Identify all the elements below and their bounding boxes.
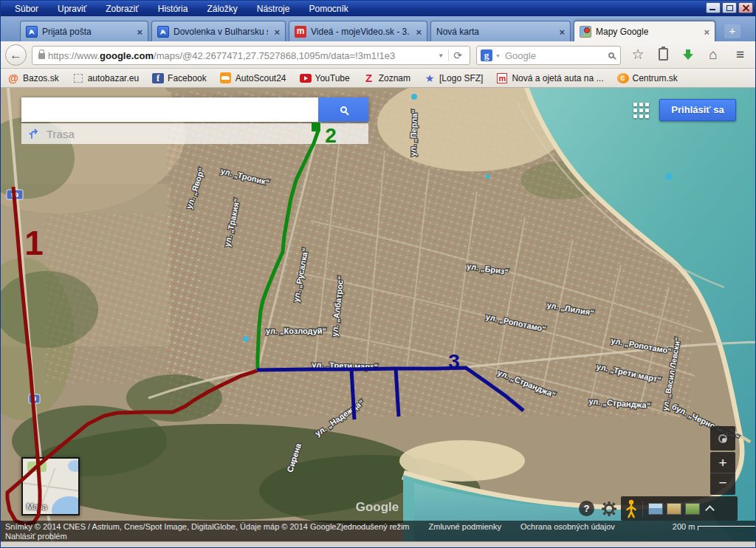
youtube-icon — [300, 72, 312, 84]
centrum-icon: c — [617, 73, 629, 83]
bookmark-star-icon[interactable]: ☆ — [628, 47, 647, 64]
tab-prijata-posta[interactable]: Prijatá pošta × — [20, 21, 148, 42]
directions-bar[interactable]: Trasa — [21, 123, 368, 144]
settings-gear-icon[interactable] — [601, 501, 617, 517]
default-favicon — [72, 72, 84, 84]
my-location-button[interactable] — [710, 426, 735, 451]
imagery-bar — [621, 496, 738, 521]
bookmark-bazos[interactable]: @Bazos.sk — [1, 72, 66, 84]
engine-dropdown-icon[interactable]: ▼ — [492, 53, 504, 58]
restore-button[interactable] — [722, 2, 737, 13]
zoom-out-button[interactable]: − — [710, 473, 735, 494]
tab-label: Dovolenka v Bulharsku s ... — [173, 27, 268, 37]
expand-chevron-icon[interactable] — [705, 505, 715, 515]
location-icon — [718, 434, 727, 443]
bookmark-autobazar[interactable]: autobazar.eu — [66, 72, 145, 84]
back-button[interactable]: ← — [5, 44, 27, 66]
simplified-mode-link[interactable]: Zjednodušený režim — [336, 522, 409, 531]
route-shield-99: 99 — [7, 190, 23, 199]
downloads-icon[interactable] — [678, 47, 698, 64]
route-shield-9: 9 — [29, 394, 40, 403]
bookmarks-bar: @Bazos.sk autobazar.eu fFacebook AutoSco… — [1, 69, 755, 88]
facebook-icon: f — [152, 73, 164, 83]
title-bar: Súbor Upraviť Zobraziť História Záložky … — [1, 1, 755, 16]
imagery-thumbnail-3[interactable] — [685, 503, 700, 515]
menu-zalozky[interactable]: Záložky — [197, 2, 247, 16]
menu-pomocnik[interactable]: Pomocník — [299, 2, 357, 16]
tab-close-icon[interactable]: × — [268, 27, 280, 38]
hamburger-menu-icon[interactable]: ≡ — [730, 47, 749, 64]
tab-nova-karta[interactable]: Nová karta × — [430, 21, 571, 42]
bookmark-zoznam[interactable]: ZZoznam — [357, 72, 417, 84]
url-domain: google.com — [100, 50, 154, 61]
menu-upravit[interactable]: Upraviť — [48, 2, 96, 16]
sfz-star-icon: ★ — [424, 72, 436, 84]
svg-text:99: 99 — [11, 191, 18, 199]
bookmark-sfz[interactable]: ★[Logo SFZ] — [417, 72, 489, 84]
tab-label: Videá - mojeVideo.sk - 3.s... — [311, 27, 410, 37]
privacy-link[interactable]: Ochrana osobných údajov — [520, 522, 615, 531]
maps-search-box[interactable] — [21, 97, 368, 122]
pegman-icon[interactable] — [625, 499, 637, 518]
url-path: /maps/@42.2677471,27.7527868,1095m/data=… — [154, 50, 395, 61]
menu-subor[interactable]: Súbor — [5, 2, 48, 16]
bookmark-nova-ojeta[interactable]: mNová a ojetá auta na ... — [489, 72, 610, 84]
reload-icon[interactable]: ⟳ — [448, 49, 467, 61]
tab-label: Prijatá pošta — [42, 27, 92, 37]
map-canvas[interactable]: ул. „Явор“ ул. „Тропик“ ул. „Тракия“ ул.… — [1, 88, 755, 547]
svg-text:ул. „Перла“: ул. „Перла“ — [408, 109, 419, 157]
apps-grid-icon[interactable] — [633, 103, 649, 118]
status-bar: Snímky © 2014 CNES / Astrium, Cnes/Spot … — [1, 521, 755, 543]
browser-window: Súbor Upraviť Zobraziť História Záložky … — [0, 0, 756, 548]
bookmark-autoscout24[interactable]: AutoScout24 — [213, 72, 293, 84]
imagery-thumbnail-1[interactable] — [648, 503, 663, 515]
scale-bar — [698, 526, 755, 530]
window-bottom-edge — [1, 541, 755, 547]
terms-link[interactable]: Zmluvné podmienky — [429, 522, 501, 531]
menu-nastroje[interactable]: Nástroje — [247, 2, 300, 16]
menu-zobrazit[interactable]: Zobraziť — [96, 2, 148, 16]
maps-search-input[interactable] — [21, 97, 318, 122]
tab-dovolenka[interactable]: Dovolenka v Bulharsku s ... × — [151, 21, 286, 42]
google-engine-icon[interactable]: g — [481, 49, 492, 61]
directions-icon — [29, 128, 41, 140]
tab-close-icon[interactable]: × — [410, 27, 422, 38]
search-box[interactable]: g ▼ — [476, 46, 621, 65]
zoom-in-button[interactable]: + — [710, 452, 735, 473]
search-input[interactable] — [504, 49, 608, 62]
url-dropdown-icon[interactable]: ▼ — [433, 52, 448, 59]
new-tab-button[interactable]: + — [724, 24, 740, 38]
mail-favicon — [26, 26, 38, 38]
zoznam-icon: Z — [363, 72, 375, 84]
tab-close-icon[interactable]: × — [553, 27, 565, 38]
maps-search-button[interactable] — [318, 97, 368, 122]
satellite-map-artwork: ул. „Явор“ ул. „Тропик“ ул. „Тракия“ ул.… — [1, 88, 755, 547]
svg-text:ул. „Козлодуй“: ул. „Козлодуй“ — [266, 326, 326, 335]
svg-text:9: 9 — [32, 395, 36, 403]
navigation-toolbar: ← https://www.google.com/maps/@42.267747… — [1, 41, 755, 69]
sign-in-button[interactable]: Prihlásiť sa — [659, 99, 736, 121]
bookmark-centrum[interactable]: cCentrum.sk — [611, 73, 684, 83]
restore-icon — [726, 5, 733, 11]
tab-close-icon[interactable]: × — [698, 27, 709, 38]
home-icon[interactable]: ⌂ — [704, 47, 723, 64]
imagery-thumbnail-2[interactable] — [667, 503, 681, 515]
menu-historia[interactable]: História — [148, 2, 198, 16]
url-bar[interactable]: https://www.google.com/maps/@42.2677471,… — [32, 46, 470, 65]
close-button[interactable] — [738, 2, 753, 13]
lock-icon — [38, 53, 45, 59]
bookmark-youtube[interactable]: YouTube — [293, 72, 357, 84]
bookmark-facebook[interactable]: fFacebook — [145, 73, 213, 83]
url-prefix: https://www. — [48, 50, 100, 61]
minimap[interactable]: Mapa — [21, 457, 80, 516]
tab-close-icon[interactable]: × — [131, 27, 142, 38]
report-problem-link[interactable]: Nahlásiť problém — [5, 532, 67, 541]
map-attribution: Snímky © 2014 CNES / Astrium, Cnes/Spot … — [5, 522, 336, 531]
bookmarks-panel-icon[interactable] — [653, 47, 673, 64]
tab-label: Mapy Google — [596, 27, 648, 37]
minimize-button[interactable] — [706, 2, 721, 13]
tab-mojevideo[interactable]: m Videá - mojeVideo.sk - 3.s... × — [289, 21, 427, 42]
help-button[interactable]: ? — [579, 501, 594, 516]
tab-mapy-google[interactable]: Mapy Google × — [574, 21, 715, 42]
magnifier-icon[interactable] — [608, 52, 614, 58]
